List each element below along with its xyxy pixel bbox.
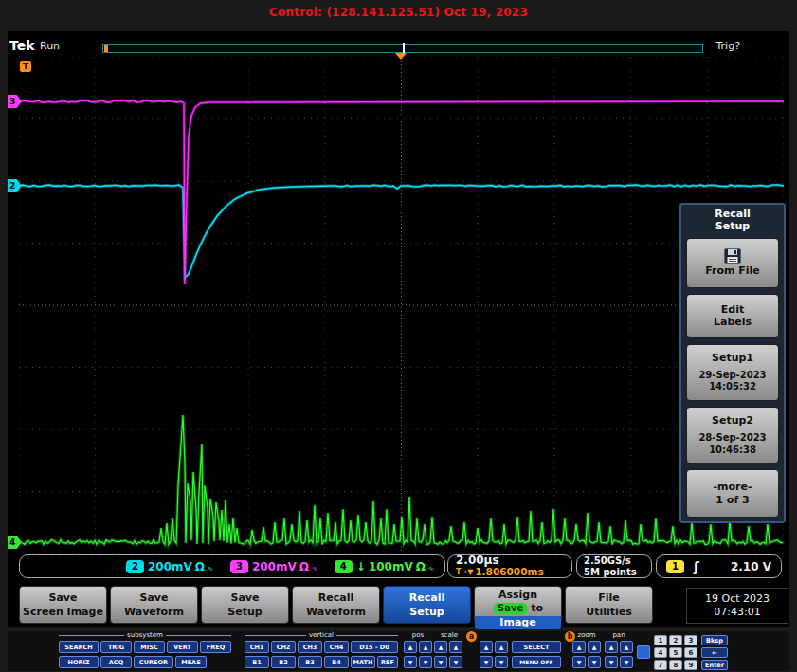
keypad-3-button[interactable]: 3 — [684, 635, 697, 645]
ch3-scale: 200mV — [252, 560, 297, 573]
a-knob-up-button[interactable]: ▲ — [495, 641, 508, 653]
vertical-ch1-button[interactable]: CH1 — [245, 641, 269, 653]
keypad-8-button[interactable]: 8 — [669, 660, 682, 670]
back-arrow-button[interactable]: ← — [701, 647, 728, 658]
a-knob-down-button[interactable]: ▼ — [495, 656, 508, 668]
zoom-up-button[interactable]: ▲ — [588, 641, 601, 653]
acquisition-readout: 2.50GS/s 5M points — [576, 554, 652, 578]
ch3-trace — [19, 100, 784, 284]
assign-save-button[interactable]: Assign Save to Image — [474, 586, 562, 624]
recall-setup-button[interactable]: Recall Setup — [383, 586, 471, 624]
trigger-readout[interactable]: 1 ʃ 2.10 V — [656, 554, 782, 578]
label: 28-Sep-2023 — [698, 432, 766, 445]
ch4-bandwidth-icon: ∿ — [428, 565, 434, 572]
trigger-source-badge: 1 — [666, 560, 684, 573]
ch2-scale-readout: 200mV Ω ∿ — [148, 560, 213, 573]
channel-readouts: 2 200mV Ω ∿ 3 200mV Ω ∿ 4 ↓ 100 — [19, 554, 445, 578]
subsystem-freq-button[interactable]: FREQ — [200, 641, 231, 653]
keypad-2-button[interactable]: 2 — [669, 635, 682, 645]
keypad-7-button[interactable]: 7 — [654, 660, 667, 670]
label: Assign — [498, 589, 537, 601]
pan-up-button[interactable]: ▲ — [620, 641, 633, 653]
ch3-badge: 3 — [230, 560, 248, 573]
keypad-4-button[interactable]: 4 — [654, 647, 667, 658]
select-button[interactable]: SELECT — [512, 641, 561, 653]
subsystem-misc-button[interactable]: MISC — [134, 641, 165, 653]
zoom-down-button[interactable]: ▼ — [572, 656, 586, 668]
enter-button[interactable]: Enter — [701, 660, 728, 670]
subsystem-trig-button[interactable]: TRIG — [100, 641, 132, 653]
blue-square-button[interactable] — [637, 645, 650, 659]
subsystem-meas-button[interactable]: MEAS — [175, 656, 207, 668]
save-screen-image-button[interactable]: Save Screen Image — [19, 586, 107, 624]
vertical-b4-button[interactable]: B4 — [324, 656, 349, 668]
subsystem-horiz-button[interactable]: HORIZ — [59, 656, 99, 668]
a-knob-up-button[interactable]: ▲ — [480, 641, 493, 653]
pan-down-button[interactable]: ▼ — [605, 656, 618, 668]
scale-up-button[interactable]: ▲ — [449, 641, 462, 653]
file-utilities-button[interactable]: File Utilities — [565, 586, 653, 624]
keypad-6-button[interactable]: 6 — [684, 647, 697, 658]
pan-down-button[interactable]: ▼ — [620, 656, 633, 668]
zoom-up-button[interactable]: ▲ — [572, 641, 586, 653]
knob-a-indicator: a — [466, 631, 477, 642]
zoom-down-button[interactable]: ▼ — [588, 656, 601, 668]
backspace-button[interactable]: Bksp — [701, 635, 728, 645]
horizontal-readout[interactable]: 2.00µs T→▼ 1.806000ms — [447, 554, 572, 578]
label: Setup — [227, 606, 262, 618]
scale-up-button[interactable]: ▲ — [434, 641, 447, 653]
keypad-1-button[interactable]: 1 — [654, 635, 667, 645]
label: Waveform — [306, 606, 366, 618]
trigger-level: 2.10 V — [731, 560, 771, 573]
vertical-ch4-button[interactable]: CH4 — [324, 641, 349, 653]
vertical-b1-button[interactable]: B1 — [245, 656, 269, 668]
menu-off-button[interactable]: MENU OFF — [512, 656, 561, 668]
recall-waveform-button[interactable]: Recall Waveform — [292, 586, 380, 624]
subsystem-search-button[interactable]: SEARCH — [59, 641, 99, 653]
subsystem-acq-button[interactable]: ACQ — [100, 656, 132, 668]
vertical-d15d0-button[interactable]: D15 - D0 — [351, 641, 398, 653]
menu-setup2-button[interactable]: Setup228-Sep-202310:46:38 — [686, 407, 779, 463]
menu-setup1-button[interactable]: Setup129-Sep-202314:05:32 — [686, 344, 779, 401]
scale-down-button[interactable]: ▼ — [449, 656, 462, 668]
ch2-readout[interactable]: 2 200mV Ω ∿ — [126, 560, 213, 573]
scale-down-button[interactable]: ▼ — [434, 656, 447, 668]
a-knob-down-button[interactable]: ▼ — [480, 656, 493, 668]
menu-edit-button[interactable]: EditLabels — [686, 294, 779, 338]
keypad-9-button[interactable]: 9 — [684, 660, 697, 670]
pos-down-button[interactable]: ▼ — [419, 656, 432, 668]
pan-up-button[interactable]: ▲ — [605, 641, 618, 653]
assign-target-image: Image — [475, 616, 561, 629]
save-setup-button[interactable]: Save Setup — [201, 586, 289, 624]
ch2-badge: 2 — [126, 560, 144, 573]
ch4-badge: 4 — [335, 560, 353, 573]
ch4-readout[interactable]: 4 ↓ 100mV Ω ∿ — [335, 560, 434, 573]
keypad-5-button[interactable]: 5 — [669, 647, 682, 658]
vertical-math-button[interactable]: MATH — [351, 656, 375, 668]
save-waveform-button[interactable]: Save Waveform — [110, 586, 198, 624]
ch3-trace-glow — [19, 100, 784, 284]
subsystem-label: subsystem — [124, 631, 166, 639]
label: Edit — [721, 303, 744, 317]
delay-icon: T→▼ — [456, 569, 473, 577]
record-window-left-marker — [104, 45, 108, 52]
ch3-readout[interactable]: 3 200mV Ω ∿ — [230, 560, 317, 573]
trigger-status: Trig? — [715, 40, 740, 52]
subsystem-cursor-button[interactable]: CURSOR — [134, 656, 173, 668]
ch3-coupling: Ω — [299, 560, 309, 573]
vertical-ref-button[interactable]: REF — [377, 656, 398, 668]
record-view-bar[interactable] — [102, 44, 703, 53]
vertical-b2-button[interactable]: B2 — [271, 656, 296, 668]
vertical-b3-button[interactable]: B3 — [298, 656, 322, 668]
ch4-scale-readout: ↓ 100mV Ω ∿ — [356, 560, 434, 573]
ch2-bandwidth-icon: ∿ — [208, 565, 213, 572]
pos-up-button[interactable]: ▲ — [419, 641, 432, 653]
menu-more-button[interactable]: -more-1 of 3 — [686, 469, 779, 518]
vertical-ch2-button[interactable]: CH2 — [271, 641, 296, 653]
vertical-ch3-button[interactable]: CH3 — [298, 641, 322, 653]
pos-up-button[interactable]: ▲ — [404, 641, 417, 653]
menu-from-file-button[interactable]: From File — [686, 238, 779, 288]
subsystem-vert-button[interactable]: VERT — [167, 641, 198, 653]
assign-save-row: Save to — [493, 602, 543, 614]
pos-down-button[interactable]: ▼ — [404, 656, 417, 668]
